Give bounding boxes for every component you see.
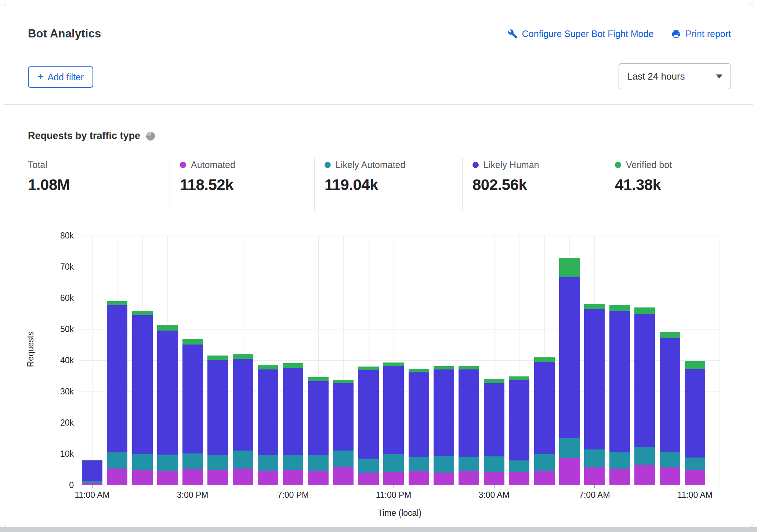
bar-segment-verified-bot[interactable] xyxy=(107,301,127,305)
bar-segment-likely-human[interactable] xyxy=(283,368,303,455)
bar-segment-likely-automated[interactable] xyxy=(107,452,127,469)
bar-segment-automated[interactable] xyxy=(182,469,203,485)
bar-segment-automated[interactable] xyxy=(333,467,354,485)
bar-segment-automated[interactable] xyxy=(132,470,153,485)
bar-segment-automated[interactable] xyxy=(634,465,655,485)
bar-segment-likely-human[interactable] xyxy=(157,331,178,455)
bar-segment-verified-bot[interactable] xyxy=(283,363,303,368)
bar-segment-automated[interactable] xyxy=(383,472,404,485)
bar-segment-automated[interactable] xyxy=(157,471,178,485)
bar-segment-automated[interactable] xyxy=(358,473,379,485)
bar-segment-verified-bot[interactable] xyxy=(459,366,479,369)
bar-segment-likely-human[interactable] xyxy=(132,315,153,454)
bar-segment-automated[interactable] xyxy=(258,471,278,485)
bar-segment-likely-automated[interactable] xyxy=(584,449,605,467)
bar-segment-automated[interactable] xyxy=(459,471,479,485)
bar-segment-verified-bot[interactable] xyxy=(132,311,153,315)
bar-segment-likely-automated[interactable] xyxy=(559,438,580,458)
bar-segment-likely-automated[interactable] xyxy=(358,459,379,472)
bar-segment-likely-automated[interactable] xyxy=(534,454,555,471)
time-range-select[interactable]: Last 24 hours xyxy=(619,63,731,89)
bar-segment-verified-bot[interactable] xyxy=(534,357,555,362)
bar-segment-likely-automated[interactable] xyxy=(409,457,429,471)
bar-segment-likely-automated[interactable] xyxy=(484,456,504,472)
bar-segment-likely-human[interactable] xyxy=(660,338,680,452)
bar-segment-likely-automated[interactable] xyxy=(157,455,178,470)
bar-segment-automated[interactable] xyxy=(685,470,705,485)
bar-segment-automated[interactable] xyxy=(584,467,605,485)
bar-segment-verified-bot[interactable] xyxy=(233,354,253,359)
bar-segment-likely-automated[interactable] xyxy=(258,455,278,471)
bar-segment-verified-bot[interactable] xyxy=(333,380,354,383)
bar-segment-automated[interactable] xyxy=(409,471,429,485)
bar-segment-likely-automated[interactable] xyxy=(383,454,404,472)
bar-segment-verified-bot[interactable] xyxy=(509,376,529,380)
add-filter-button[interactable]: + Add filter xyxy=(28,66,93,88)
bar-segment-likely-automated[interactable] xyxy=(609,452,630,469)
bar-segment-likely-human[interactable] xyxy=(634,314,655,447)
bar-segment-likely-automated[interactable] xyxy=(308,455,329,471)
bar-segment-automated[interactable] xyxy=(509,472,529,485)
bar-segment-likely-human[interactable] xyxy=(383,366,404,454)
bar-segment-verified-bot[interactable] xyxy=(358,367,379,370)
bar-segment-likely-human[interactable] xyxy=(333,383,354,451)
bar-segment-verified-bot[interactable] xyxy=(584,304,605,309)
bar-segment-likely-automated[interactable] xyxy=(82,481,102,483)
bar-segment-verified-bot[interactable] xyxy=(609,305,630,311)
bar-segment-verified-bot[interactable] xyxy=(660,332,680,338)
bar-segment-likely-human[interactable] xyxy=(409,372,429,457)
bar-segment-likely-human[interactable] xyxy=(358,370,379,459)
bar-segment-likely-human[interactable] xyxy=(609,311,630,452)
bar-segment-verified-bot[interactable] xyxy=(685,361,705,369)
bar-segment-likely-human[interactable] xyxy=(308,381,329,455)
bar-segment-likely-human[interactable] xyxy=(584,309,605,449)
print-report-link[interactable]: Print report xyxy=(671,29,731,39)
bar-segment-automated[interactable] xyxy=(559,458,580,485)
bar-segment-likely-human[interactable] xyxy=(685,369,705,458)
bar-segment-automated[interactable] xyxy=(434,473,454,485)
bar-segment-likely-automated[interactable] xyxy=(182,453,203,469)
bar-segment-automated[interactable] xyxy=(283,470,303,485)
bar-segment-likely-human[interactable] xyxy=(207,360,228,455)
bar-segment-likely-human[interactable] xyxy=(107,305,127,452)
bar-segment-verified-bot[interactable] xyxy=(434,366,454,369)
bar-segment-likely-human[interactable] xyxy=(258,369,278,456)
bar-segment-automated[interactable] xyxy=(107,469,127,485)
bar-segment-verified-bot[interactable] xyxy=(484,379,504,383)
bar-segment-automated[interactable] xyxy=(534,471,555,485)
bar-segment-likely-automated[interactable] xyxy=(333,451,354,467)
bar-segment-likely-automated[interactable] xyxy=(283,455,303,470)
bar-segment-automated[interactable] xyxy=(207,470,228,485)
bar-segment-automated[interactable] xyxy=(484,472,504,485)
bar-segment-verified-bot[interactable] xyxy=(82,460,102,460)
bar-segment-likely-automated[interactable] xyxy=(459,457,479,471)
bar-segment-likely-human[interactable] xyxy=(233,359,253,450)
bar-segment-verified-bot[interactable] xyxy=(308,377,329,381)
bar-segment-likely-automated[interactable] xyxy=(634,447,655,465)
bar-segment-likely-automated[interactable] xyxy=(509,460,529,472)
bar-segment-likely-automated[interactable] xyxy=(660,452,680,467)
bar-segment-verified-bot[interactable] xyxy=(634,307,655,314)
bar-segment-verified-bot[interactable] xyxy=(207,356,228,360)
bar-segment-likely-human[interactable] xyxy=(434,369,454,456)
bar-segment-likely-automated[interactable] xyxy=(233,451,253,469)
bar-segment-verified-bot[interactable] xyxy=(182,339,203,344)
bar-segment-likely-automated[interactable] xyxy=(207,455,228,470)
bar-segment-verified-bot[interactable] xyxy=(157,325,178,331)
bar-segment-likely-automated[interactable] xyxy=(434,456,454,473)
bar-segment-likely-human[interactable] xyxy=(509,380,529,460)
bar-segment-likely-automated[interactable] xyxy=(685,458,705,470)
bar-segment-verified-bot[interactable] xyxy=(258,365,278,369)
bar-segment-verified-bot[interactable] xyxy=(383,362,404,366)
bar-segment-automated[interactable] xyxy=(609,469,630,485)
bar-segment-likely-human[interactable] xyxy=(484,383,504,456)
configure-super-bot-fight-mode-link[interactable]: Configure Super Bot Fight Mode xyxy=(508,29,654,39)
bar-segment-likely-human[interactable] xyxy=(459,369,479,458)
bar-segment-automated[interactable] xyxy=(233,469,253,485)
bar-segment-likely-human[interactable] xyxy=(82,460,102,481)
bar-segment-verified-bot[interactable] xyxy=(559,258,580,277)
bar-segment-automated[interactable] xyxy=(82,483,102,485)
bar-segment-automated[interactable] xyxy=(308,471,329,485)
bar-segment-likely-human[interactable] xyxy=(534,362,555,454)
bar-segment-verified-bot[interactable] xyxy=(409,369,429,372)
